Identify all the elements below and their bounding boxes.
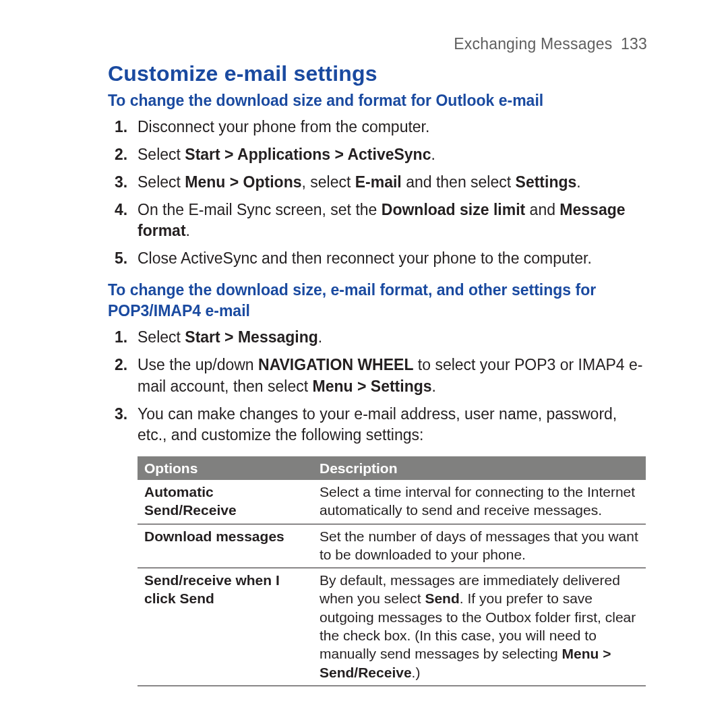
step: 2. Select Start > Applications > ActiveS… xyxy=(138,144,647,165)
step-text: Select Menu > Options, select E-mail and… xyxy=(138,173,581,191)
running-header: Exchanging Messages 133 xyxy=(108,35,647,53)
option-name: Send/receive when I click Send xyxy=(138,568,313,686)
options-table: Options Description Automatic Send/Recei… xyxy=(138,456,646,686)
steps-pop3-imap4: 1. Select Start > Messaging. 2. Use the … xyxy=(108,327,647,445)
page-number: 133 xyxy=(621,35,647,53)
step-number: 5. xyxy=(115,248,127,269)
table-row: Automatic Send/Receive Select a time int… xyxy=(138,480,646,524)
option-description: Set the number of days of messages that … xyxy=(313,524,646,568)
step-text: Select Start > Messaging. xyxy=(138,328,322,346)
step: 2. Use the up/down NAVIGATION WHEEL to s… xyxy=(138,355,647,396)
chapter-title: Exchanging Messages xyxy=(454,35,612,53)
step-text: You can make changes to your e-mail addr… xyxy=(138,405,617,444)
page-title: Customize e-mail settings xyxy=(108,61,647,86)
table-header-options: Options xyxy=(138,456,313,480)
table-header-description: Description xyxy=(313,456,646,480)
step-number: 2. xyxy=(115,355,127,375)
step-text: Use the up/down NAVIGATION WHEEL to sele… xyxy=(138,356,642,394)
subheading-outlook: To change the download size and format f… xyxy=(108,90,647,111)
step-number: 1. xyxy=(115,327,127,348)
step-text: Select Start > Applications > ActiveSync… xyxy=(138,146,435,163)
option-description: Select a time interval for connecting to… xyxy=(313,480,646,524)
step: 4. On the E-mail Sync screen, set the Do… xyxy=(138,200,647,241)
document-page: Exchanging Messages 133 Customize e-mail… xyxy=(0,0,728,728)
step: 3. Select Menu > Options, select E-mail … xyxy=(138,172,647,193)
option-name: Download messages xyxy=(138,524,313,568)
step-number: 3. xyxy=(115,404,127,425)
step-number: 1. xyxy=(115,117,127,138)
step-number: 2. xyxy=(115,144,127,165)
steps-outlook: 1. Disconnect your phone from the comput… xyxy=(108,117,647,269)
step-text: Disconnect your phone from the computer. xyxy=(138,118,429,135)
step: 5. Close ActiveSync and then reconnect y… xyxy=(138,248,647,269)
table-row: Download messages Set the number of days… xyxy=(138,524,646,568)
step-text: On the E-mail Sync screen, set the Downl… xyxy=(138,201,626,239)
step: 3. You can make changes to your e-mail a… xyxy=(138,404,647,446)
table-row: Send/receive when I click Send By defaul… xyxy=(138,568,646,686)
option-name: Automatic Send/Receive xyxy=(138,480,313,524)
step-number: 3. xyxy=(115,172,127,193)
option-description: By default, messages are immediately del… xyxy=(313,568,646,686)
step: 1. Disconnect your phone from the comput… xyxy=(138,117,647,138)
step-number: 4. xyxy=(115,200,127,220)
step-text: Close ActiveSync and then reconnect your… xyxy=(138,249,592,267)
subheading-pop3-imap4: To change the download size, e-mail form… xyxy=(108,280,647,322)
step: 1. Select Start > Messaging. xyxy=(138,327,647,348)
